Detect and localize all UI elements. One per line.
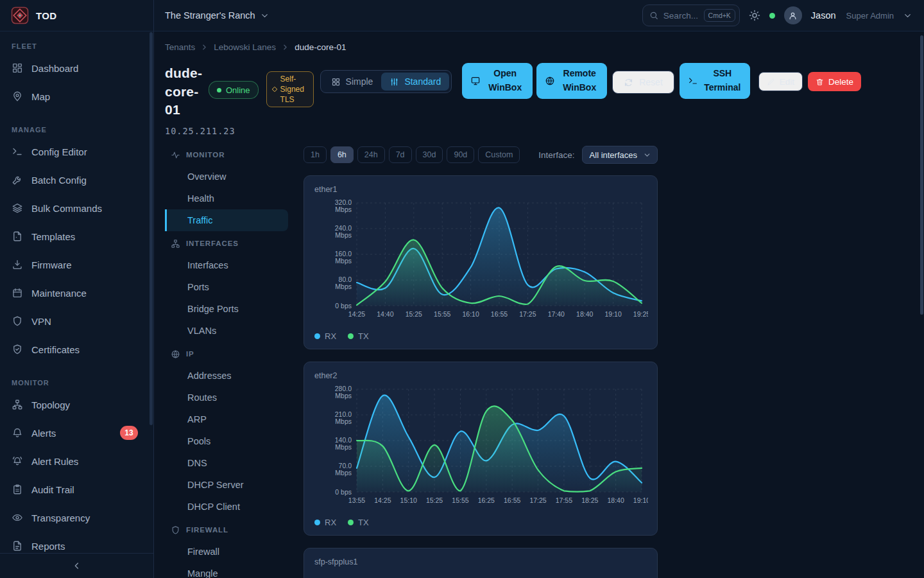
globe-icon (545, 76, 555, 86)
sidebar-item-certificates[interactable]: Certificates (10, 335, 153, 363)
sidebar-collapse-button[interactable] (0, 553, 153, 578)
search-placeholder: Search... (663, 11, 698, 21)
sidebar-item-vpn[interactable]: VPN (10, 307, 153, 335)
chevron-down-icon (260, 11, 270, 21)
svg-text:17:40: 17:40 (548, 310, 565, 318)
svg-text:19:25: 19:25 (633, 310, 648, 318)
legend-label: RX (325, 518, 336, 527)
breadcrumb-item-lebowski-lanes[interactable]: Lebowski Lanes (214, 42, 276, 52)
sidebar-item-label: Topology (31, 399, 70, 410)
view-mode-standard[interactable]: Standard (381, 73, 449, 91)
subnav-item-dhcp-client[interactable]: DHCP Client (165, 496, 288, 518)
map-pin-icon (12, 91, 23, 102)
subnav-section-firewall: FIREWALL (165, 519, 288, 541)
status-label: Online (226, 85, 250, 95)
sidebar-item-map[interactable]: Map (10, 82, 153, 110)
subnav-item-mangle[interactable]: Mangle (165, 563, 288, 578)
main-content: TenantsLebowski Lanesdude-core-01 dude-c… (155, 31, 924, 578)
sidebar-section-manage: MANAGEConfig EditorBatch ConfigBulk Comm… (10, 125, 153, 363)
subnav-item-routes[interactable]: Routes (165, 387, 288, 408)
button-label: Reset (639, 77, 663, 87)
ssh-terminal-button[interactable]: SSH Terminal (680, 63, 750, 99)
user-menu-chevron-icon[interactable] (903, 11, 912, 21)
tls-warning-badge: Self-Signed TLS (266, 71, 314, 107)
time-range-custom[interactable]: Custom (478, 146, 520, 163)
edit-button[interactable]: Edit (758, 72, 803, 91)
theme-toggle-sun-icon[interactable] (749, 10, 760, 21)
time-range-7d[interactable]: 7d (389, 146, 412, 163)
shield-icon (12, 315, 23, 327)
subnav-item-pools[interactable]: Pools (165, 430, 288, 452)
subnav-item-vlans[interactable]: VLANs (165, 320, 288, 342)
svg-text:13:55: 13:55 (348, 496, 365, 504)
sidebar-item-config-editor[interactable]: Config Editor (10, 137, 153, 166)
tenant-selector[interactable]: The Stranger's Ranch (165, 10, 270, 21)
sidebar-item-firmware[interactable]: Firmware (10, 250, 153, 279)
subnav-item-bridge-ports[interactable]: Bridge Ports (165, 298, 288, 320)
sidebar-section-monitor: MONITORTopologyAlerts13Alert RulesAudit … (10, 378, 153, 560)
sidebar-item-label: Reports (31, 541, 65, 552)
page-scrollbar-thumb[interactable] (920, 35, 923, 315)
interface-filter: Interface: All interfaces (538, 146, 658, 164)
search-icon (649, 11, 658, 20)
sidebar-item-audit-trail[interactable]: Audit Trail (10, 475, 153, 504)
sidebar-scrollbar-thumb[interactable] (150, 32, 153, 425)
chart-title: sfp-sfpplus1 (314, 557, 647, 569)
sidebar-item-alert-rules[interactable]: Alert Rules (10, 447, 153, 475)
sidebar-item-alerts[interactable]: Alerts13 (10, 419, 153, 447)
activity-icon (171, 150, 180, 160)
svg-text:Mbps: Mbps (335, 417, 352, 425)
remote-winbox-button[interactable]: Remote WinBox (536, 63, 607, 99)
subnav-section-label: FIREWALL (186, 526, 228, 534)
sidebar-item-label: Bulk Commands (31, 203, 102, 214)
subnav-item-health[interactable]: Health (165, 188, 288, 209)
subnav-item-traffic[interactable]: Traffic (165, 209, 288, 231)
time-range-24h[interactable]: 24h (357, 146, 385, 163)
reset-button[interactable]: Reset (612, 71, 674, 94)
sidebar-item-templates[interactable]: Templates (10, 222, 153, 250)
sidebar-item-bulk-commands[interactable]: Bulk Commands (10, 194, 153, 222)
time-range-6h[interactable]: 6h (330, 146, 354, 163)
view-mode-toggle: Simple Standard (320, 70, 452, 93)
svg-text:19:10: 19:10 (633, 496, 648, 504)
sidebar-item-dashboard[interactable]: Dashboard (10, 54, 153, 82)
subnav-section-label: IP (186, 350, 194, 358)
svg-text:15:55: 15:55 (452, 496, 468, 504)
sidebar-item-transparency[interactable]: Transparency (10, 504, 153, 532)
legend-item-rx[interactable]: RX (314, 518, 336, 527)
button-label: Remote WinBox (560, 67, 599, 94)
subnav-item-arp[interactable]: ARP (165, 408, 288, 430)
svg-text:17:25: 17:25 (519, 310, 536, 318)
time-range-90d[interactable]: 90d (447, 146, 474, 163)
subnav-item-interfaces[interactable]: Interfaces (165, 254, 288, 276)
subnav-item-ports[interactable]: Ports (165, 276, 288, 298)
interface-select[interactable]: All interfaces (582, 146, 658, 164)
subnav-item-dhcp-server[interactable]: DHCP Server (165, 474, 288, 496)
legend-item-tx[interactable]: TX (348, 518, 369, 527)
subnav-item-dns[interactable]: DNS (165, 452, 288, 474)
subnav-item-overview[interactable]: Overview (165, 166, 288, 188)
subnav-section-ip: IP (165, 343, 288, 365)
sidebar-item-batch-config[interactable]: Batch Config (10, 166, 153, 194)
delete-button[interactable]: Delete (808, 72, 861, 91)
subnav-item-firewall[interactable]: Firewall (165, 541, 288, 563)
subnav-section-label: MONITOR (186, 151, 225, 159)
chevron-right-icon (281, 43, 289, 51)
legend-dot-icon (314, 520, 320, 525)
file-icon (12, 231, 23, 242)
view-mode-simple[interactable]: Simple (323, 73, 382, 91)
legend-item-rx[interactable]: RX (314, 331, 336, 341)
breadcrumb-item-tenants[interactable]: Tenants (165, 42, 195, 52)
sidebar-item-maintenance[interactable]: Maintenance (10, 279, 153, 307)
subnav-item-addresses[interactable]: Addresses (165, 365, 288, 387)
avatar[interactable] (784, 6, 802, 24)
status-badge: Online (209, 81, 259, 99)
time-range-1h[interactable]: 1h (304, 146, 327, 163)
time-range-30d[interactable]: 30d (416, 146, 443, 163)
svg-text:Mbps: Mbps (335, 469, 352, 477)
sidebar-item-topology[interactable]: Topology (10, 390, 153, 419)
button-label: SSH Terminal (703, 67, 742, 94)
search-input[interactable]: Search... Cmd+K (642, 4, 740, 26)
legend-item-tx[interactable]: TX (348, 331, 369, 341)
open-winbox-button[interactable]: Open WinBox (462, 63, 533, 99)
